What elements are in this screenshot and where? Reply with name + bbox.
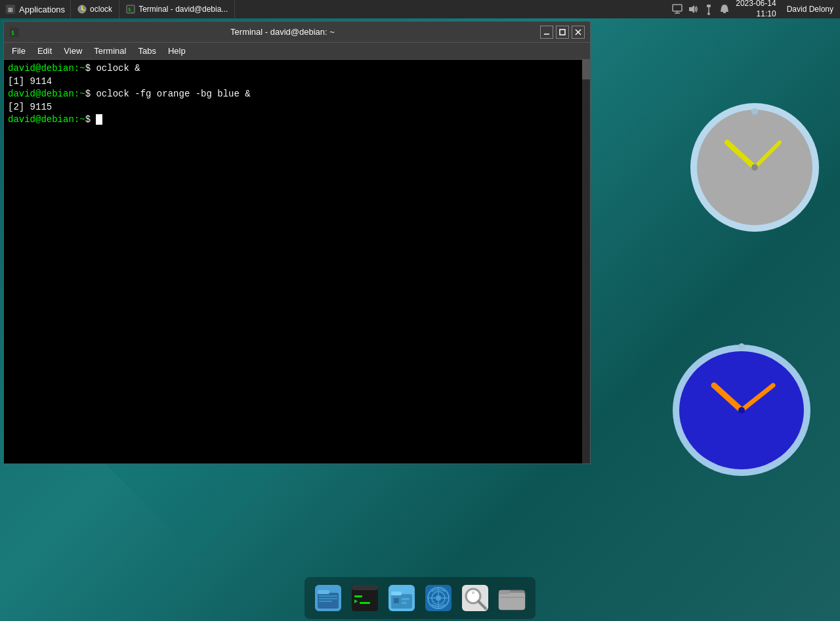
taskbar-top: ⊞ Applications oclock xyxy=(0,0,840,18)
clock-center-2 xyxy=(738,407,745,414)
dock-item-files[interactable] xyxy=(311,581,345,615)
terminal-menubar: File Edit View Terminal Tabs Help xyxy=(4,43,590,60)
terminal-title: Terminal - david@debian: ~ xyxy=(25,27,540,37)
taskbar-right: 2023-06-14 11:10 David Delony xyxy=(665,0,840,20)
menu-file[interactable]: File xyxy=(7,45,31,57)
terminal-window: $ Terminal - david@debian: ~ xyxy=(3,21,591,464)
menu-help[interactable]: Help xyxy=(163,45,191,57)
output-1: [1] 9114 xyxy=(8,76,52,87)
svg-rect-19 xyxy=(560,30,565,35)
menu-edit[interactable]: Edit xyxy=(32,45,57,57)
terminal-output: david@debian:~$ oclock & [1] 9114 david@… xyxy=(8,62,586,127)
usb-tray-icon[interactable] xyxy=(703,3,715,15)
dock-files-icon xyxy=(314,584,343,612)
svg-rect-53 xyxy=(500,597,524,598)
clock-svg-1 xyxy=(689,79,820,236)
svg-rect-52 xyxy=(499,590,511,594)
command-2: oclock -fg orange -bg blue & xyxy=(96,89,250,99)
clock-widget-2 xyxy=(669,322,814,479)
dock-item-search[interactable] xyxy=(458,581,492,615)
menu-tabs[interactable]: Tabs xyxy=(133,45,161,57)
oclock-tab-icon xyxy=(77,5,87,14)
dock-terminal-icon xyxy=(350,584,379,612)
svg-text:$_: $_ xyxy=(128,7,134,12)
prompt-user-2: david@debian xyxy=(8,89,74,99)
clock-top-pin-1 xyxy=(751,108,758,115)
terminal-scrollbar-thumb[interactable] xyxy=(582,60,590,79)
terminal-titlebar: $ Terminal - david@debian: ~ xyxy=(4,22,590,43)
desktop: ⊞ Applications oclock xyxy=(0,0,840,621)
window-minimize-btn[interactable] xyxy=(540,26,553,39)
taskbar-left: ⊞ Applications oclock xyxy=(0,0,665,18)
svg-rect-15 xyxy=(723,12,726,13)
output-2: [2] 9115 xyxy=(8,102,52,112)
svg-rect-38 xyxy=(402,602,407,604)
app-menu-label: Applications xyxy=(19,5,65,14)
svg-rect-36 xyxy=(394,598,399,603)
terminal-cursor xyxy=(96,114,102,125)
terminal-taskbar-icon: $_ xyxy=(126,5,135,14)
menu-view[interactable]: View xyxy=(58,45,87,57)
app-menu-button[interactable]: ⊞ Applications xyxy=(0,0,71,18)
terminal-body[interactable]: david@debian:~$ oclock & [1] 9114 david@… xyxy=(4,60,590,463)
tray-icons xyxy=(671,3,730,15)
svg-text:⊞: ⊞ xyxy=(8,7,13,13)
dock-folder-icon xyxy=(497,584,526,612)
svg-rect-37 xyxy=(402,598,410,600)
svg-point-14 xyxy=(707,12,710,15)
svg-rect-12 xyxy=(707,5,711,7)
clock-top-pin-2 xyxy=(738,343,745,350)
username-display[interactable]: David Delony xyxy=(787,5,833,14)
svg-rect-30 xyxy=(354,595,362,597)
svg-point-49 xyxy=(472,591,474,594)
xfce-icon: ⊞ xyxy=(5,4,16,14)
dock-item-network[interactable] xyxy=(421,581,455,615)
date-text: 2023-06-14 xyxy=(736,0,776,8)
svg-rect-51 xyxy=(499,593,525,610)
tab-terminal-label: Terminal - david@debia... xyxy=(138,5,228,14)
dock-search-icon xyxy=(461,584,490,612)
window-controls xyxy=(540,26,585,39)
menu-terminal[interactable]: Terminal xyxy=(89,45,131,57)
svg-rect-8 xyxy=(673,5,682,11)
dock-network-icon xyxy=(424,584,453,612)
svg-marker-11 xyxy=(689,5,694,13)
window-close-btn[interactable] xyxy=(572,26,585,39)
tab-oclock[interactable]: oclock xyxy=(71,0,119,18)
network-tray-icon[interactable] xyxy=(671,3,683,15)
tab-terminal[interactable]: $_ Terminal - david@debia... xyxy=(119,0,235,18)
clock-svg-2 xyxy=(669,322,814,479)
prompt-symbol-1: $ xyxy=(85,63,96,74)
svg-rect-27 xyxy=(319,601,332,602)
command-1: oclock & xyxy=(96,63,140,74)
taskbar-bottom xyxy=(0,575,840,621)
dock xyxy=(304,577,536,619)
svg-text:$: $ xyxy=(11,30,14,36)
clock-widget-1 xyxy=(689,79,820,236)
prompt-user-3: david@debian xyxy=(8,114,74,125)
volume-tray-icon[interactable] xyxy=(687,3,699,15)
datetime-display[interactable]: 2023-06-14 11:10 xyxy=(736,0,776,20)
time-text: 11:10 xyxy=(757,9,776,18)
dock-item-folder[interactable] xyxy=(495,581,529,615)
window-maximize-btn[interactable] xyxy=(556,26,569,39)
prompt-symbol-2: $ xyxy=(85,89,96,99)
terminal-window-icon: $ xyxy=(9,27,20,37)
terminal-scrollbar[interactable] xyxy=(582,60,590,463)
prompt-symbol-3: $ xyxy=(85,114,96,125)
svg-rect-24 xyxy=(318,590,329,594)
svg-rect-25 xyxy=(319,595,337,597)
prompt-path-3: :~ xyxy=(74,114,85,125)
prompt-path-1: :~ xyxy=(74,63,85,74)
clock-center-1 xyxy=(751,164,758,171)
svg-rect-26 xyxy=(319,598,337,599)
dock-item-terminal[interactable] xyxy=(348,581,382,615)
svg-rect-32 xyxy=(360,602,370,604)
dock-filemanager-icon xyxy=(387,584,416,612)
dock-item-filemanager[interactable] xyxy=(385,581,419,615)
tab-oclock-label: oclock xyxy=(90,5,112,14)
prompt-user-1: david@debian xyxy=(8,63,74,74)
notification-tray-icon[interactable] xyxy=(719,3,730,15)
prompt-path-2: :~ xyxy=(74,89,85,99)
svg-rect-29 xyxy=(352,585,378,590)
